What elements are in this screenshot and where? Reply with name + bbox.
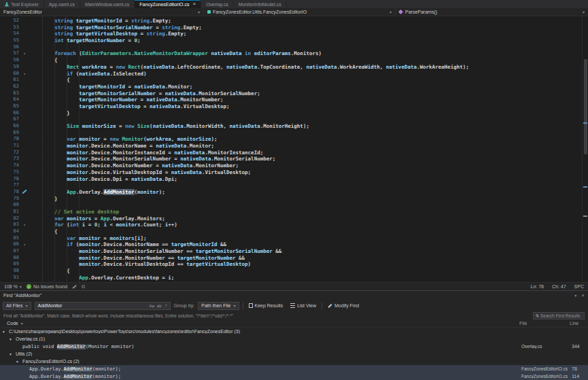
expander-icon[interactable]: ▾ [10,337,16,341]
code-line[interactable]: 65 targetVirtualDesktop = nativeData.Vir… [0,103,582,110]
line-number[interactable]: 71 [0,143,19,150]
line-number[interactable]: 59 [0,64,19,71]
tab-app-xaml-cs[interactable]: App.xaml.cs [44,0,80,8]
line-number[interactable]: 86 [0,241,19,248]
line-number[interactable]: 65 [0,103,19,110]
line-number[interactable]: 79 [0,196,19,203]
line-number[interactable]: 76 [0,176,19,183]
code-line[interactable]: 88 monitor.Device.MonitorNumber == targe… [0,255,582,262]
project-dropdown[interactable]: FancyZonesEditor [0,8,204,16]
code-line[interactable]: 87 monitor.Device.MonitorSerialNumber ==… [0,248,582,255]
find-result-group[interactable]: ▾C:\Users\zhaopengwang\Desktop\powertoys… [0,328,588,335]
line-number[interactable]: 66 [0,110,19,117]
line-number[interactable]: 84 [0,228,19,235]
code-line[interactable]: 73 monitor.Device.MonitorSerialNumber = … [0,156,582,162]
editor-scrollbar[interactable] [582,16,588,282]
line-number[interactable]: 92 [0,281,19,283]
code-line[interactable]: 85 var monitor = monitors[i]; [0,235,582,242]
line-indicator[interactable]: Ln: 78 [531,284,544,289]
find-query-input[interactable]: AddMonitor Aa ab .* [35,302,171,310]
line-number[interactable]: 73 [0,156,19,162]
line-number[interactable]: 74 [0,162,19,169]
code-line[interactable]: 90 { [0,268,582,275]
code-line[interactable]: 84 { [0,228,582,235]
expander-icon[interactable]: ▾ [10,352,16,356]
list-view-toggle[interactable]: List View [288,302,318,310]
close-icon[interactable] [192,1,196,7]
code-line[interactable]: 61 { [0,77,582,84]
code-line[interactable]: 75 monitor.Device.VirtualDesktopId = nat… [0,169,582,176]
content-filter-dropdown[interactable]: Code [3,319,27,328]
find-result-group[interactable]: ▾Utils (2) [0,350,588,358]
code-line[interactable]: 62 targetMonitorId = nativeData.Monitor; [0,84,582,90]
code-line[interactable]: 64 targetMonitorNumber = nativeData.Moni… [0,97,582,103]
column-indicator[interactable]: Ch: 47 [552,284,566,289]
code-line[interactable]: 92 break; [0,281,582,283]
code-line[interactable]: 72 monitor.Device.MonitorInstanceId = na… [0,150,582,156]
line-number[interactable]: 80 [0,202,19,209]
regex-toggle[interactable]: .* [165,304,167,308]
find-result-row[interactable]: App.Overlay.AddMonitor(monitor);FancyZon… [0,365,588,373]
code-line[interactable]: 69 [0,130,582,137]
line-number[interactable]: 67 [0,116,19,123]
code-line[interactable]: 71 monitor.Device.MonitorName = nativeDa… [0,143,582,150]
group-by-dropdown[interactable]: Path then File [198,302,239,310]
find-result-row[interactable]: App.Overlay.AddMonitor(monitor);FancyZon… [0,373,588,380]
line-number[interactable]: 70 [0,136,19,143]
type-dropdown[interactable]: FancyZonesEditor.Utils.FancyZonesEditorI… [204,8,396,16]
code-line[interactable]: 53 string targetMonitorSerialNumber = st… [0,24,582,31]
line-number[interactable]: 58 [0,57,19,64]
code-line[interactable]: 91 App.Overlay.CurrentDesktop = i; [0,275,582,281]
code-line[interactable]: 57▾ foreach (EditorParameters.NativeMoni… [0,50,582,57]
suggestions-icon[interactable] [82,285,85,288]
line-number[interactable]: 64 [0,97,19,103]
code-line[interactable]: 67 [0,116,582,123]
code-line[interactable]: 63 targetMonitorSerialNumber = nativeDat… [0,90,582,97]
results-search-input[interactable]: Search Find Results [533,312,585,319]
modify-find-button[interactable]: Modify Find [326,302,361,310]
line-number[interactable]: 88 [0,255,19,262]
line-number[interactable]: 60 [0,71,19,77]
code-line[interactable]: 58 { [0,57,582,64]
line-number[interactable]: 78 [0,189,19,196]
code-line[interactable]: 56 [0,44,582,51]
tab-monitorinfomodel-cs[interactable]: MonitorInfoModel.cs [234,0,287,8]
code-line[interactable]: 89 monitor.Device.VirtualDesktopId == ta… [0,261,582,268]
expander-icon[interactable]: ▾ [3,330,9,334]
line-number[interactable]: 54 [0,31,19,37]
document-health-indicator[interactable]: No issues found [27,284,67,289]
close-icon[interactable] [581,292,585,298]
line-number[interactable]: 87 [0,248,19,255]
code-line[interactable]: 52 string targetMonitorId = string.Empty… [0,18,582,24]
column-header-file[interactable]: File [519,321,570,326]
whole-word-toggle[interactable]: ab [157,304,162,308]
scrollbar-thumb[interactable] [584,59,587,155]
code-cleanup-icon[interactable] [72,284,77,288]
line-number[interactable]: 52 [0,18,19,24]
line-number[interactable]: 90 [0,268,19,275]
tab-fancyzoneseditorio-cs[interactable]: FancyZonesEditorIO.cs [135,0,201,8]
code-line[interactable]: 74 monitor.Device.MonitorNumber = native… [0,162,582,169]
line-number[interactable]: 77 [0,182,19,189]
code-line[interactable]: 83▾ for (int i = 0; i < monitors.Count; … [0,222,582,228]
keep-results-toggle[interactable]: Keep Results [247,302,286,310]
find-result-group[interactable]: ▾Overlay.cs (1) [0,335,588,343]
scope-dropdown[interactable]: All Files [3,302,31,310]
zoom-control[interactable]: 108 % [4,284,22,289]
tab-mainwindow-xaml-cs[interactable]: MainWindow.xaml.cs [80,0,135,8]
line-number[interactable]: 62 [0,84,19,90]
code-line[interactable]: 81 // Set active desktop [0,209,582,215]
line-number[interactable]: 81 [0,209,19,215]
column-header-line[interactable]: Line [570,321,585,326]
line-number[interactable]: 72 [0,150,19,156]
line-number[interactable]: 57 [0,50,19,57]
code-line[interactable]: 77 [0,182,582,189]
find-result-row[interactable]: public void AddMonitor(Monitor monitor)O… [0,343,588,350]
code-line[interactable]: 76 monitor.Device.Dpi = nativeData.Dpi; [0,176,582,183]
code-editor[interactable]: 52 string targetMonitorId = string.Empty… [0,16,588,282]
line-number[interactable]: 69 [0,130,19,137]
code-line[interactable]: 54 string targetVirtualDesktop = string.… [0,31,582,37]
line-number[interactable]: 85 [0,235,19,242]
match-case-toggle[interactable]: Aa [149,304,154,308]
line-number[interactable]: 55 [0,37,19,44]
